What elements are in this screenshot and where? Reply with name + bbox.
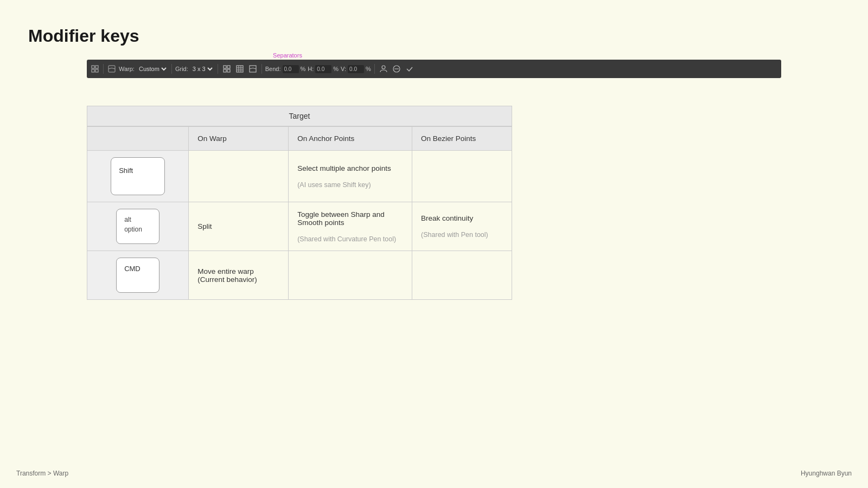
alt-anchor-main: Toggle between Sharp and Smooth points	[297, 210, 385, 227]
cmd-warp-line2: (Current behavior)	[197, 275, 257, 284]
toolbar-divider-2	[171, 64, 172, 74]
shift-on-anchor: Select multiple anchor points (AI uses s…	[289, 151, 412, 202]
shift-anchor-sub: (AI uses same Shift key)	[297, 181, 371, 189]
header-on-warp: On Warp	[189, 127, 289, 151]
alt-bezier-main: Break continuity	[421, 214, 473, 222]
cmd-key-cell: CMD	[87, 251, 189, 300]
grid-view-btn-2[interactable]	[234, 63, 245, 74]
select-all-icon	[90, 64, 100, 74]
table-row: Shift Select multiple anchor points (AI …	[87, 151, 512, 202]
h-input[interactable]	[315, 65, 331, 73]
cmd-on-warp: Move entire warp (Current behavior)	[189, 251, 289, 300]
v-label: V:	[341, 66, 346, 72]
svg-rect-7	[224, 69, 226, 72]
svg-rect-3	[95, 69, 98, 72]
cancel-icon[interactable]	[391, 63, 402, 74]
toolbar-divider-3	[218, 64, 218, 74]
toolbar: Warp: Custom Grid: 3 x 3	[87, 60, 781, 78]
shift-anchor-main: Select multiple anchor points	[297, 164, 391, 172]
svg-rect-9	[237, 66, 243, 72]
header-on-anchor: On Anchor Points	[289, 127, 412, 151]
alt-key-top: alt	[124, 216, 149, 223]
page-title: Modifier keys	[28, 26, 139, 46]
grid-select[interactable]: 3 x 3	[190, 65, 214, 73]
shift-on-bezier	[412, 151, 512, 202]
footer-author: Hyunghwan Byun	[801, 470, 852, 477]
person-icon[interactable]	[378, 63, 389, 74]
table-row: alt option Split Toggle between Sharp an…	[87, 202, 512, 251]
svg-rect-14	[250, 66, 256, 72]
separators-label: Separators	[266, 52, 309, 59]
alt-anchor-sub: (Shared with Curvature Pen tool)	[297, 235, 396, 243]
svg-rect-1	[95, 66, 98, 68]
header-key	[87, 127, 189, 151]
bend-percent: %	[301, 66, 306, 72]
v-group: V: %	[341, 65, 371, 73]
cmd-on-anchor	[289, 251, 412, 300]
shift-on-warp	[189, 151, 289, 202]
svg-rect-6	[227, 66, 230, 68]
svg-rect-0	[92, 66, 94, 68]
target-header: Target	[87, 106, 512, 126]
v-input[interactable]	[348, 65, 364, 73]
bend-label: Bend:	[265, 66, 281, 72]
header-on-bezier: On Bezier Points	[412, 127, 512, 151]
h-group: H: %	[308, 65, 339, 73]
grid-label: Grid:	[175, 66, 188, 72]
alt-key-cell: alt option	[87, 202, 189, 251]
svg-point-15	[382, 66, 385, 69]
cmd-warp-line1: Move entire warp	[197, 267, 254, 275]
grid-view-btn-1[interactable]	[221, 63, 232, 74]
confirm-icon[interactable]	[404, 63, 415, 74]
toolbar-divider-4	[261, 64, 262, 74]
warp-select[interactable]: Custom	[137, 65, 168, 73]
svg-rect-2	[92, 69, 94, 72]
svg-rect-8	[227, 69, 230, 72]
bend-group: Bend: %	[265, 65, 306, 73]
alt-on-bezier: Break continuity (Shared with Pen tool)	[412, 202, 512, 251]
modifier-keys-table: Target On Warp On Anchor Points On Bezie…	[87, 106, 512, 300]
bend-input[interactable]	[283, 65, 299, 73]
shift-key-badge: Shift	[111, 157, 165, 195]
toolbar-divider-5	[374, 64, 375, 74]
svg-rect-5	[224, 66, 226, 68]
svg-rect-4	[108, 66, 115, 72]
warp-icon	[107, 64, 117, 74]
table-row: CMD Move entire warp (Current behavior)	[87, 251, 512, 300]
alt-bezier-sub: (Shared with Pen tool)	[421, 231, 488, 239]
grid-view-btn-3[interactable]	[247, 63, 258, 74]
footer-breadcrumb: Transform > Warp	[16, 470, 68, 477]
h-label: H:	[308, 66, 314, 72]
alt-on-warp: Split	[189, 202, 289, 251]
toolbar-divider-1	[103, 64, 104, 74]
shift-key-cell: Shift	[87, 151, 189, 202]
keys-table: On Warp On Anchor Points On Bezier Point…	[87, 126, 512, 300]
cmd-key-badge: CMD	[116, 258, 159, 293]
alt-key-bottom: option	[124, 226, 149, 233]
alt-on-anchor: Toggle between Sharp and Smooth points (…	[289, 202, 412, 251]
table-header-row: On Warp On Anchor Points On Bezier Point…	[87, 127, 512, 151]
h-percent: %	[333, 66, 339, 72]
alt-key-badge: alt option	[116, 209, 159, 244]
cmd-on-bezier	[412, 251, 512, 300]
v-percent: %	[366, 66, 371, 72]
warp-label: Warp:	[119, 66, 135, 72]
